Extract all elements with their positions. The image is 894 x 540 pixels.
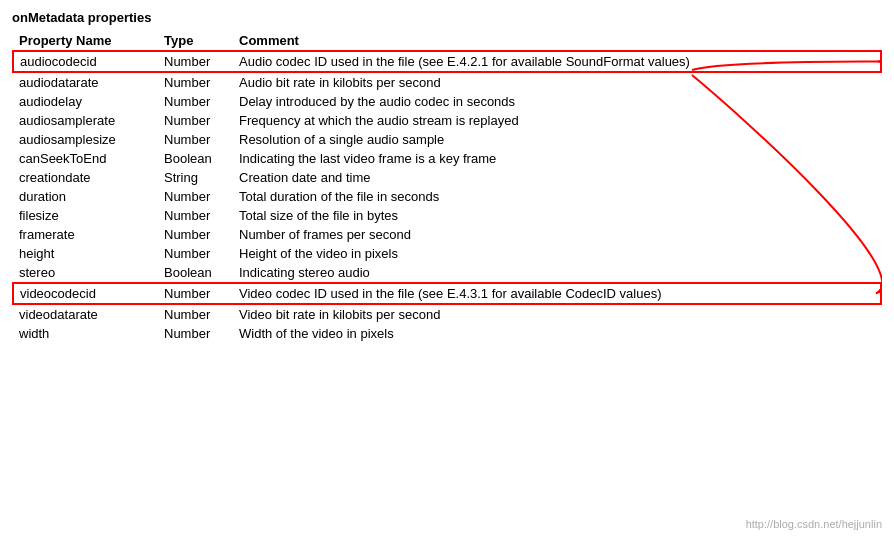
table-row: durationNumberTotal duration of the file… <box>13 187 881 206</box>
cell-type: Number <box>158 111 233 130</box>
cell-property: duration <box>13 187 158 206</box>
cell-property: canSeekToEnd <box>13 149 158 168</box>
main-container: onMetadata properties Property Name Type… <box>12 10 882 343</box>
cell-type: Boolean <box>158 263 233 283</box>
cell-comment: Number of frames per second <box>233 225 881 244</box>
cell-property: creationdate <box>13 168 158 187</box>
cell-property: audiodatarate <box>13 72 158 92</box>
table-row: videodatarateNumberVideo bit rate in kil… <box>13 304 881 324</box>
table-row: audiodatarateNumberAudio bit rate in kil… <box>13 72 881 92</box>
cell-type: Number <box>158 130 233 149</box>
cell-type: Number <box>158 283 233 304</box>
table-row: videocodecidNumberVideo codec ID used in… <box>13 283 881 304</box>
header-property: Property Name <box>13 31 158 51</box>
cell-property: audiocodecid <box>13 51 158 72</box>
cell-property: audiosamplerate <box>13 111 158 130</box>
table-row: stereoBooleanIndicating stereo audio <box>13 263 881 283</box>
cell-type: Number <box>158 304 233 324</box>
watermark: http://blog.csdn.net/hejjunlin <box>746 518 882 530</box>
cell-property: framerate <box>13 225 158 244</box>
table-row: canSeekToEndBooleanIndicating the last v… <box>13 149 881 168</box>
table-row: audiosamplesizeNumberResolution of a sin… <box>13 130 881 149</box>
table-row: heightNumberHeight of the video in pixel… <box>13 244 881 263</box>
cell-comment: Resolution of a single audio sample <box>233 130 881 149</box>
cell-type: Number <box>158 187 233 206</box>
cell-comment: Video codec ID used in the file (see E.4… <box>233 283 881 304</box>
cell-comment: Audio bit rate in kilobits per second <box>233 72 881 92</box>
table-row: audiodelayNumberDelay introduced by the … <box>13 92 881 111</box>
table-row: audiosamplerateNumberFrequency at which … <box>13 111 881 130</box>
cell-property: filesize <box>13 206 158 225</box>
cell-type: Number <box>158 92 233 111</box>
cell-comment: Frequency at which the audio stream is r… <box>233 111 881 130</box>
header-type: Type <box>158 31 233 51</box>
cell-comment: Video bit rate in kilobits per second <box>233 304 881 324</box>
cell-type: Boolean <box>158 149 233 168</box>
cell-property: audiodelay <box>13 92 158 111</box>
cell-type: Number <box>158 244 233 263</box>
cell-type: Number <box>158 51 233 72</box>
cell-property: videodatarate <box>13 304 158 324</box>
page-title: onMetadata properties <box>12 10 882 25</box>
cell-type: Number <box>158 225 233 244</box>
cell-comment: Indicating the last video frame is a key… <box>233 149 881 168</box>
cell-comment: Indicating stereo audio <box>233 263 881 283</box>
properties-table: Property Name Type Comment audiocodecidN… <box>12 31 882 343</box>
cell-type: Number <box>158 72 233 92</box>
cell-comment: Height of the video in pixels <box>233 244 881 263</box>
cell-comment: Delay introduced by the audio codec in s… <box>233 92 881 111</box>
table-row: filesizeNumberTotal size of the file in … <box>13 206 881 225</box>
cell-comment: Creation date and time <box>233 168 881 187</box>
table-row: widthNumberWidth of the video in pixels <box>13 324 881 343</box>
table-header-row: Property Name Type Comment <box>13 31 881 51</box>
cell-comment: Width of the video in pixels <box>233 324 881 343</box>
cell-property: videocodecid <box>13 283 158 304</box>
cell-property: height <box>13 244 158 263</box>
header-comment: Comment <box>233 31 881 51</box>
table-row: creationdateStringCreation date and time <box>13 168 881 187</box>
table-row: audiocodecidNumberAudio codec ID used in… <box>13 51 881 72</box>
cell-property: width <box>13 324 158 343</box>
cell-comment: Audio codec ID used in the file (see E.4… <box>233 51 881 72</box>
cell-comment: Total size of the file in bytes <box>233 206 881 225</box>
cell-comment: Total duration of the file in seconds <box>233 187 881 206</box>
cell-type: String <box>158 168 233 187</box>
table-row: framerateNumberNumber of frames per seco… <box>13 225 881 244</box>
cell-property: stereo <box>13 263 158 283</box>
cell-type: Number <box>158 206 233 225</box>
cell-type: Number <box>158 324 233 343</box>
table-body: audiocodecidNumberAudio codec ID used in… <box>13 51 881 343</box>
cell-property: audiosamplesize <box>13 130 158 149</box>
